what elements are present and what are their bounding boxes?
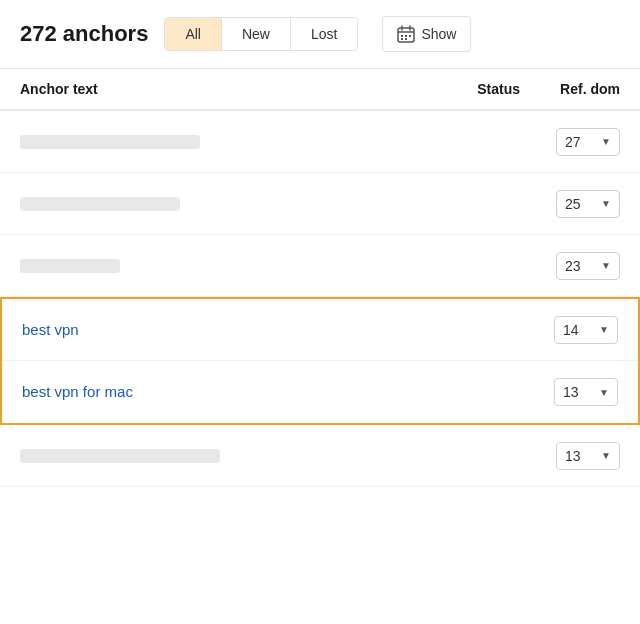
ref-dom-dropdown[interactable]: 23 ▼ (556, 252, 620, 280)
table-row: best vpn 14 ▼ (2, 299, 638, 361)
ref-dom-cell: 25 ▼ (520, 190, 620, 218)
anchor-count: 272 anchors (20, 21, 148, 47)
blurred-anchor-text (20, 259, 120, 273)
ref-dom-cell: 23 ▼ (520, 252, 620, 280)
ref-dom-dropdown[interactable]: 13 ▼ (556, 442, 620, 470)
tab-new[interactable]: New (222, 18, 291, 50)
chevron-down-icon: ▼ (601, 136, 611, 147)
filter-tabs: All New Lost (164, 17, 358, 51)
table-row: 25 ▼ (0, 173, 640, 235)
ref-dom-cell: 27 ▼ (520, 128, 620, 156)
anchor-text-cell: best vpn (22, 321, 418, 339)
ref-dom-value: 27 (565, 134, 581, 150)
svg-rect-4 (401, 35, 403, 37)
chevron-down-icon: ▼ (601, 260, 611, 271)
ref-dom-value: 13 (565, 448, 581, 464)
blurred-anchor-text (20, 135, 200, 149)
ref-dom-cell: 14 ▼ (518, 316, 618, 344)
anchor-text-link[interactable]: best vpn for mac (22, 383, 133, 400)
table-header: Anchor text Status Ref. dom (0, 69, 640, 111)
chevron-down-icon: ▼ (599, 324, 609, 335)
ref-dom-value: 25 (565, 196, 581, 212)
ref-dom-cell: 13 ▼ (520, 442, 620, 470)
table-body: 27 ▼ 25 ▼ 23 ▼ (0, 111, 640, 487)
ref-dom-value: 13 (563, 384, 579, 400)
table-row: 13 ▼ (0, 425, 640, 487)
col-ref-dom: Ref. dom (520, 81, 620, 97)
anchor-text-link[interactable]: best vpn (22, 321, 79, 338)
svg-rect-6 (409, 35, 411, 37)
ref-dom-dropdown[interactable]: 13 ▼ (554, 378, 618, 406)
show-button-label: Show (421, 26, 456, 42)
svg-rect-8 (405, 38, 407, 40)
show-button[interactable]: Show (382, 16, 471, 52)
blurred-anchor-text (20, 449, 220, 463)
svg-rect-7 (401, 38, 403, 40)
svg-rect-5 (405, 35, 407, 37)
ref-dom-dropdown[interactable]: 14 ▼ (554, 316, 618, 344)
page-header: 272 anchors All New Lost Show (0, 0, 640, 69)
chevron-down-icon: ▼ (601, 198, 611, 209)
table-row: 27 ▼ (0, 111, 640, 173)
table-row: best vpn for mac 13 ▼ (2, 361, 638, 423)
anchor-text-cell: best vpn for mac (22, 383, 418, 401)
ref-dom-dropdown[interactable]: 25 ▼ (556, 190, 620, 218)
ref-dom-value: 14 (563, 322, 579, 338)
chevron-down-icon: ▼ (601, 450, 611, 461)
col-anchor-text: Anchor text (20, 81, 420, 97)
ref-dom-dropdown[interactable]: 27 ▼ (556, 128, 620, 156)
ref-dom-cell: 13 ▼ (518, 378, 618, 406)
highlighted-rows-group: best vpn 14 ▼ best vpn for mac 13 ▼ (0, 297, 640, 425)
calendar-icon (397, 25, 415, 43)
blurred-anchor-text (20, 197, 180, 211)
tab-all[interactable]: All (165, 18, 222, 50)
table-row: 23 ▼ (0, 235, 640, 297)
chevron-down-icon: ▼ (599, 387, 609, 398)
ref-dom-value: 23 (565, 258, 581, 274)
tab-lost[interactable]: Lost (291, 18, 357, 50)
col-status: Status (420, 81, 520, 97)
